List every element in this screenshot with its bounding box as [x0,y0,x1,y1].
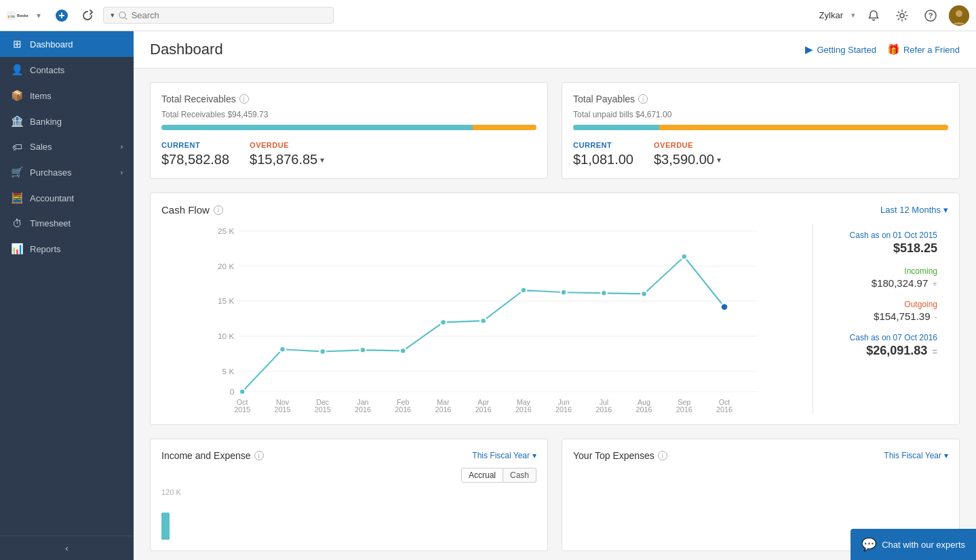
payables-card: Total Payables i Total unpaid bills $4,6… [562,82,960,179]
clock-icon: ⏱ [11,218,23,229]
payables-title: Total Payables i [573,94,948,104]
cashflow-svg: 0 5 K 10 K 15 K 20 K 25 K Oct 2015 Nov 2… [161,224,813,414]
cashflow-stats: Cash as on 01 Oct 2015 $518.25 Incoming … [813,224,948,414]
outgoing-block: Outgoing $154,751.39 - [824,300,937,322]
income-expense-controls: This Fiscal Year ▾ [472,451,536,460]
header-actions: ▶ Getting Started 🎁 Refer a Friend [805,43,960,56]
sidebar-item-sales[interactable]: 🏷 Sales › [0,134,134,159]
receivables-overdue-label: OVERDUE [250,141,324,149]
top-expenses-info-icon[interactable]: i [658,451,667,460]
help-button[interactable]: ? [920,5,941,26]
incoming-block: Incoming $180,324.97 + [824,266,937,289]
income-expense-title: Income and Expense i [161,450,264,461]
user-dropdown[interactable]: ▾ [851,11,855,20]
cashflow-period-selector[interactable]: Last 12 Months ▾ [880,205,948,215]
sidebar-label-sales: Sales [30,142,52,152]
payables-overdue-dropdown[interactable]: ▾ [717,155,721,165]
svg-text:+: + [58,9,64,21]
search-bar[interactable]: ▾ [103,7,334,24]
receivables-overdue-value: $15,876.85 ▾ [250,152,324,167]
receivables-overdue-block: OVERDUE $15,876.85 ▾ [250,141,324,167]
payables-progress [573,125,948,130]
top-expenses-header: Your Top Expenses i This Fiscal Year ▾ [573,450,948,461]
cash-toggle-button[interactable]: Cash [503,468,536,483]
payables-info-icon[interactable]: i [638,94,648,104]
receivables-overdue-dropdown[interactable]: ▾ [320,155,324,165]
sidebar-collapse-button[interactable]: ‹ [0,536,134,560]
incoming-label: Incoming [824,266,937,276]
receivables-info-icon[interactable]: i [239,94,249,104]
payables-overdue-bar [659,125,948,130]
getting-started-button[interactable]: ▶ Getting Started [805,43,876,56]
receivables-title: Total Receivables i [161,94,536,104]
sidebar-item-purchases[interactable]: 🛒 Purchases › [0,159,134,185]
nav-right: Zylkar ▾ ? [819,5,969,26]
user-avatar[interactable] [949,5,969,26]
income-expense-card: Income and Expense i This Fiscal Year ▾ … [150,439,548,551]
svg-line-9 [125,17,127,19]
sidebar-item-items[interactable]: 📦 Items [0,83,134,108]
svg-text:2015: 2015 [315,405,331,414]
receivables-current-bar [161,125,473,130]
bar-1 [161,513,170,540]
payables-current-block: CURRENT $1,081.00 [573,141,633,167]
notification-button[interactable] [863,5,884,26]
play-circle-icon: ▶ [805,43,813,56]
tag-icon: 🏷 [11,141,23,153]
search-input[interactable] [132,10,326,20]
sidebar-item-contacts[interactable]: 👤 Contacts [0,57,134,83]
receivables-current-block: CURRENT $78,582.88 [161,141,229,167]
settings-button[interactable] [892,5,912,26]
accrual-toggle-button[interactable]: Accrual [461,468,503,483]
income-expense-info-icon[interactable]: i [254,451,264,460]
chat-label: Chat with our experts [882,540,965,550]
logo-area[interactable]: z o h o Books ▾ [7,8,41,23]
bank-icon: 🏦 [11,115,23,127]
search-type-dropdown[interactable]: ▾ [111,11,115,20]
period-dropdown-arrow: ▾ [943,205,948,215]
help-icon: ? [924,9,937,22]
page-header: Dashboard ▶ Getting Started 🎁 Refer a Fr… [134,31,976,68]
svg-point-62 [601,290,607,296]
add-button[interactable]: + [52,5,72,26]
cashflow-body: 0 5 K 10 K 15 K 20 K 25 K Oct 2015 Nov 2… [161,224,948,414]
sidebar-label-timesheet: Timesheet [30,218,71,228]
bottom-cards-row: Income and Expense i This Fiscal Year ▾ … [150,439,960,551]
svg-text:2016: 2016 [355,405,371,414]
receivables-current-value: $78,582.88 [161,152,229,167]
sales-arrow: › [121,143,123,151]
sidebar-label-accountant: Accountant [30,193,74,203]
dashboard-body: Total Receivables i Total Receivables $9… [134,68,976,560]
receivables-progress [161,125,536,130]
svg-text:0: 0 [230,387,235,397]
sidebar-item-accountant[interactable]: 🧮 Accountant [0,185,134,211]
cash-start-label: Cash as on 01 Oct 2015 [824,231,937,240]
sidebar: ⊞ Dashboard 👤 Contacts 📦 Items 🏦 Banking… [0,31,134,560]
svg-point-64 [681,254,687,260]
refresh-button[interactable] [77,5,98,26]
income-expense-y-label: 120 K [161,488,536,496]
cashflow-card: Cash Flow i Last 12 Months ▾ [150,193,960,425]
sidebar-item-timesheet[interactable]: ⏱ Timesheet [0,211,134,236]
calc-icon: 🧮 [11,192,23,204]
books-dropdown-arrow[interactable]: ▾ [37,11,41,20]
top-expenses-period[interactable]: This Fiscal Year ▾ [884,451,948,460]
payables-current-bar [573,125,659,130]
gift-icon: 🎁 [887,43,900,56]
chat-widget[interactable]: 💬 Chat with our experts [851,529,976,560]
income-expense-period[interactable]: This Fiscal Year ▾ [472,451,536,460]
payables-subtitle: Total unpaid bills $4,671.00 [573,110,948,119]
refer-friend-button[interactable]: 🎁 Refer a Friend [887,43,960,56]
svg-text:Books: Books [17,14,28,18]
sidebar-item-dashboard[interactable]: ⊞ Dashboard [0,31,134,57]
cashflow-info-icon[interactable]: i [214,205,223,215]
sidebar-label-items: Items [30,91,52,101]
box-icon: 📦 [11,89,23,102]
sidebar-item-banking[interactable]: 🏦 Banking [0,108,134,134]
user-name[interactable]: Zylkar [819,10,843,20]
accrual-cash-toggle: Accrual Cash [161,468,536,483]
sidebar-label-contacts: Contacts [30,65,64,75]
svg-text:2015: 2015 [234,405,250,414]
sidebar-item-reports[interactable]: 📊 Reports [0,236,134,262]
payables-current-label: CURRENT [573,141,633,149]
